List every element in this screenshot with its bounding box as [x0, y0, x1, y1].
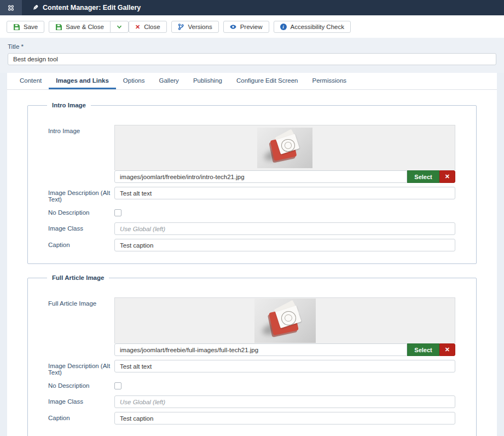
title-section: Title *: [0, 38, 504, 73]
full-alt-label: Image Description (Alt Text): [48, 360, 114, 376]
versions-icon: [178, 24, 184, 30]
full-no-description-label: No Description: [48, 380, 114, 389]
intro-caption-input[interactable]: [114, 239, 455, 251]
intro-image-legend: Intro Image: [47, 102, 91, 108]
intro-image-class-input[interactable]: [114, 222, 455, 235]
close-x-icon: ✕: [135, 24, 140, 31]
tab-permissions[interactable]: Permissions: [305, 73, 354, 89]
full-article-image-fieldset: Full Article Image Full Article Image Se…: [27, 274, 477, 436]
full-alt-input[interactable]: [114, 360, 455, 372]
edit-form-card: Content Images and Links Options Gallery…: [7, 73, 497, 436]
full-no-description-row: No Description: [48, 380, 455, 392]
tab-images-and-links[interactable]: Images and Links: [49, 73, 116, 89]
preview-eye-icon: [230, 24, 236, 30]
intro-image-path-row: Select ✕: [114, 170, 455, 183]
intro-image-class-label: Image Class: [48, 222, 114, 232]
full-article-image-legend: Full Article Image: [47, 274, 109, 281]
accessibility-info-icon: i: [280, 24, 287, 30]
intro-alt-input[interactable]: [114, 187, 455, 199]
full-caption-input[interactable]: [114, 412, 455, 424]
full-image-class-row: Image Class: [48, 395, 455, 408]
intro-image-label: Intro Image: [48, 125, 114, 134]
tab-content[interactable]: Content: [13, 73, 49, 89]
images-and-links-panel: Intro Image Intro Image Select ✕: [7, 90, 497, 436]
intro-image-clear-button[interactable]: ✕: [439, 170, 455, 183]
intro-image-thumbnail: [257, 128, 312, 168]
full-caption-label: Caption: [48, 412, 114, 421]
intro-image-media-row: Intro Image Select ✕: [48, 125, 455, 183]
toolbar: Save Save & Close ✕ Close Versions Previ…: [0, 15, 504, 38]
intro-alt-row: Image Description (Alt Text): [48, 187, 455, 203]
full-image-path-input[interactable]: [114, 343, 407, 356]
save-options-chevron-button[interactable]: [110, 21, 129, 33]
full-image-label: Full Article Image: [48, 297, 114, 307]
tab-gallery[interactable]: Gallery: [152, 73, 186, 89]
intro-image-select-button[interactable]: Select: [407, 170, 439, 183]
edit-pencil-icon: ✎: [33, 4, 38, 12]
full-image-clear-button[interactable]: ✕: [439, 343, 455, 356]
intro-no-description-checkbox[interactable]: [114, 209, 121, 216]
intro-caption-row: Caption: [48, 239, 455, 251]
full-image-class-input[interactable]: [114, 395, 455, 408]
intro-caption-label: Caption: [48, 239, 114, 248]
intro-no-description-row: No Description: [48, 206, 455, 219]
intro-alt-label: Image Description (Alt Text): [48, 187, 114, 203]
tab-publishing[interactable]: Publishing: [186, 73, 229, 89]
page-title: ✎ Content Manager: Edit Gallery: [33, 4, 141, 12]
full-image-thumbnail: [254, 299, 316, 343]
full-alt-row: Image Description (Alt Text): [48, 360, 455, 376]
full-no-description-checkbox[interactable]: [114, 382, 121, 389]
title-label: Title *: [8, 43, 496, 50]
save-close-button[interactable]: Save & Close: [49, 21, 111, 33]
accessibility-check-button[interactable]: i Accessibility Check: [274, 21, 351, 33]
close-button[interactable]: ✕ Close: [129, 21, 167, 33]
full-image-media-row: Full Article Image Select ✕: [48, 297, 455, 356]
joomla-logo-icon: [8, 4, 14, 11]
versions-button[interactable]: Versions: [171, 21, 219, 33]
intro-image-path-input[interactable]: [114, 170, 407, 183]
save-close-button-group: Save & Close: [49, 21, 129, 33]
full-image-path-row: Select ✕: [114, 343, 455, 356]
full-caption-row: Caption: [48, 412, 455, 424]
chevron-down-icon: [116, 24, 123, 30]
full-image-select-button[interactable]: Select: [407, 343, 439, 356]
full-image-class-label: Image Class: [48, 395, 114, 405]
intro-image-class-row: Image Class: [48, 222, 455, 235]
intro-image-fieldset: Intro Image Intro Image Select ✕: [27, 102, 477, 264]
joomla-logo[interactable]: [0, 0, 22, 15]
app-header: ✎ Content Manager: Edit Gallery: [0, 0, 504, 15]
full-image-preview: [114, 297, 455, 343]
save-icon: [55, 24, 62, 30]
tab-bar: Content Images and Links Options Gallery…: [7, 73, 497, 90]
tab-options[interactable]: Options: [116, 73, 152, 89]
intro-image-preview: [114, 125, 455, 170]
preview-button[interactable]: Preview: [223, 21, 269, 33]
save-icon: [13, 24, 20, 30]
title-input[interactable]: [8, 53, 496, 65]
intro-no-description-label: No Description: [48, 206, 114, 216]
tab-configure-edit-screen[interactable]: Configure Edit Screen: [229, 73, 305, 89]
page-title-text: Content Manager: Edit Gallery: [43, 4, 141, 12]
save-button[interactable]: Save: [7, 21, 44, 33]
